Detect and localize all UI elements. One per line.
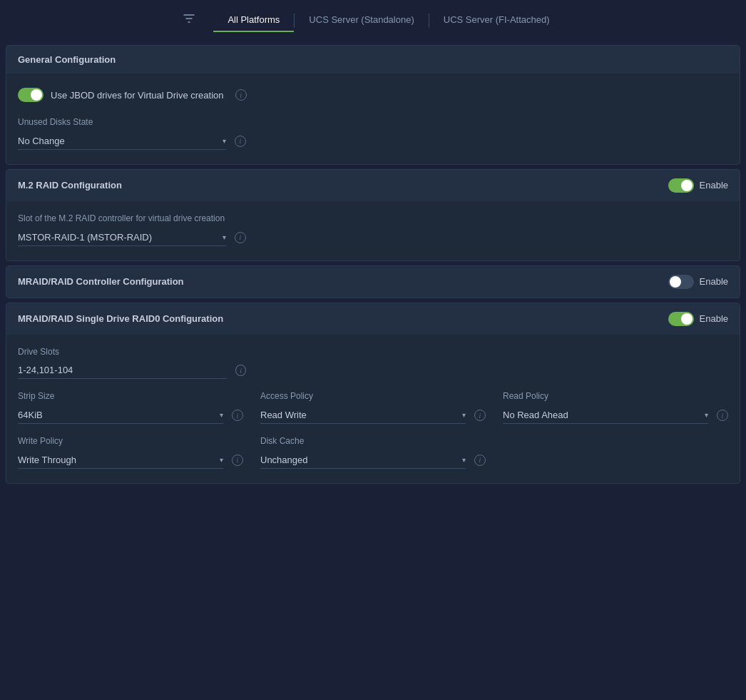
mraid-single-title: MRAID/RAID Single Drive RAID0 Configurat… (18, 313, 223, 324)
m2-raid-body: Slot of the M.2 RAID controller for virt… (6, 201, 740, 260)
unused-disks-info-icon[interactable]: i (235, 136, 246, 147)
m2-slot-info-icon[interactable]: i (235, 232, 246, 243)
general-config-body: Use JBOD drives for Virtual Drive creati… (6, 73, 740, 164)
m2-raid-title: M.2 RAID Configuration (18, 180, 122, 191)
general-config-section: General Configuration Use JBOD drives fo… (6, 45, 740, 165)
strip-size-select[interactable]: 64KiB ▾ (18, 407, 223, 424)
strip-size-chevron: ▾ (220, 411, 223, 419)
mraid-controller-toggle-container: Enable (668, 275, 728, 289)
strip-size-group: Strip Size 64KiB ▾ i (18, 390, 243, 424)
access-policy-chevron: ▾ (462, 411, 466, 419)
unused-disks-chevron: ▾ (223, 137, 226, 145)
filter-icon[interactable] (182, 11, 196, 29)
access-policy-info-icon[interactable]: i (474, 410, 486, 421)
drive-slots-label: Drive Slots (18, 346, 246, 358)
m2-raid-enable-label: Enable (700, 180, 728, 191)
read-policy-chevron: ▾ (705, 411, 708, 419)
mraid-single-enable-label: Enable (700, 313, 728, 324)
disk-cache-select[interactable]: Unchanged ▾ (260, 452, 466, 469)
access-policy-group: Access Policy Read Write ▾ i (260, 390, 486, 424)
m2-raid-header: M.2 RAID Configuration Enable (6, 170, 740, 201)
disk-cache-label: Disk Cache (260, 435, 486, 447)
write-policy-label: Write Policy (18, 435, 243, 447)
disk-cache-info-icon[interactable]: i (474, 455, 486, 466)
mraid-single-section: MRAID/RAID Single Drive RAID0 Configurat… (6, 303, 740, 484)
mraid-single-toggle[interactable] (668, 312, 694, 326)
unused-disks-select[interactable]: No Change ▾ (18, 133, 226, 150)
write-policy-info-icon[interactable]: i (232, 455, 243, 466)
m2-raid-section: M.2 RAID Configuration Enable Slot of th… (6, 169, 740, 261)
jbod-info-icon[interactable]: i (235, 89, 247, 101)
write-policy-group: Write Policy Write Through ▾ i (18, 435, 243, 469)
write-policy-select-wrapper: Write Through ▾ i (18, 452, 243, 469)
mraid-controller-header: MRAID/RAID Controller Configuration Enab… (6, 266, 740, 298)
mraid-single-body: Drive Slots i Strip Size 64KiB ▾ i (6, 335, 740, 483)
mraid-controller-title: MRAID/RAID Controller Configuration (18, 276, 184, 287)
tab-group: All Platforms UCS Server (Standalone) UC… (213, 9, 563, 32)
m2-raid-toggle-container: Enable (668, 178, 728, 193)
strip-size-info-icon[interactable]: i (232, 410, 243, 421)
m2-slot-value: MSTOR-RAID-1 (MSTOR-RAID) (18, 232, 220, 243)
write-policy-value: Write Through (18, 455, 217, 465)
mraid-single-toggle-container: Enable (668, 312, 728, 326)
general-config-header: General Configuration (6, 46, 740, 73)
jbod-toggle-row: Use JBOD drives for Virtual Drive creati… (18, 85, 728, 105)
access-policy-value: Read Write (260, 410, 459, 420)
read-policy-value: No Read Ahead (503, 410, 702, 420)
strip-size-select-wrapper: 64KiB ▾ i (18, 407, 243, 424)
drive-slots-info-icon[interactable]: i (235, 365, 246, 376)
read-policy-select[interactable]: No Read Ahead ▾ (503, 407, 708, 424)
m2-slot-group: Slot of the M.2 RAID controller for virt… (18, 213, 246, 246)
disk-cache-value: Unchanged (260, 455, 459, 465)
access-policy-select[interactable]: Read Write ▾ (260, 407, 466, 424)
access-policy-select-wrapper: Read Write ▾ i (260, 407, 486, 424)
tab-ucs-standalone[interactable]: UCS Server (Standalone) (295, 9, 428, 32)
jbod-toggle-label: Use JBOD drives for Virtual Drive creati… (51, 90, 224, 101)
tab-all-platforms[interactable]: All Platforms (213, 9, 294, 32)
policy-row-2: Write Policy Write Through ▾ i Disk Cach… (18, 435, 728, 469)
m2-slot-select-wrapper: MSTOR-RAID-1 (MSTOR-RAID) ▾ i (18, 229, 246, 246)
write-policy-select[interactable]: Write Through ▾ (18, 452, 223, 469)
strip-size-value: 64KiB (18, 410, 217, 420)
mraid-controller-toggle[interactable] (668, 275, 694, 289)
mraid-controller-enable-label: Enable (700, 276, 728, 287)
jbod-toggle[interactable] (18, 88, 44, 102)
unused-disks-value: No Change (18, 136, 220, 146)
read-policy-group: Read Policy No Read Ahead ▾ i (503, 390, 728, 424)
policy-row-1: Strip Size 64KiB ▾ i Access Policy Read … (18, 390, 728, 424)
disk-cache-chevron: ▾ (462, 456, 466, 464)
read-policy-info-icon[interactable]: i (717, 410, 728, 421)
unused-disks-label: Unused Disks State (18, 116, 246, 128)
disk-cache-select-wrapper: Unchanged ▾ i (260, 452, 486, 469)
access-policy-label: Access Policy (260, 390, 486, 402)
mraid-single-header: MRAID/RAID Single Drive RAID0 Configurat… (6, 303, 740, 335)
top-nav: All Platforms UCS Server (Standalone) UC… (0, 0, 746, 41)
unused-disks-select-wrapper: No Change ▾ i (18, 133, 246, 150)
m2-slot-chevron: ▾ (223, 233, 226, 241)
read-policy-label: Read Policy (503, 390, 728, 402)
write-policy-chevron: ▾ (220, 456, 223, 464)
strip-size-label: Strip Size (18, 390, 243, 402)
unused-disks-group: Unused Disks State No Change ▾ i (18, 116, 246, 150)
drive-slots-input[interactable] (18, 362, 227, 379)
m2-slot-select[interactable]: MSTOR-RAID-1 (MSTOR-RAID) ▾ (18, 229, 226, 246)
disk-cache-group: Disk Cache Unchanged ▾ i (260, 435, 486, 469)
general-config-title: General Configuration (18, 54, 116, 65)
drive-slots-group: Drive Slots i (18, 346, 246, 380)
mraid-controller-section: MRAID/RAID Controller Configuration Enab… (6, 265, 740, 298)
drive-slots-input-wrapper: i (18, 362, 246, 379)
m2-slot-label: Slot of the M.2 RAID controller for virt… (18, 213, 246, 225)
tab-ucs-fi[interactable]: UCS Server (FI-Attached) (429, 9, 564, 32)
m2-raid-toggle[interactable] (668, 178, 694, 193)
read-policy-select-wrapper: No Read Ahead ▾ i (503, 407, 728, 424)
